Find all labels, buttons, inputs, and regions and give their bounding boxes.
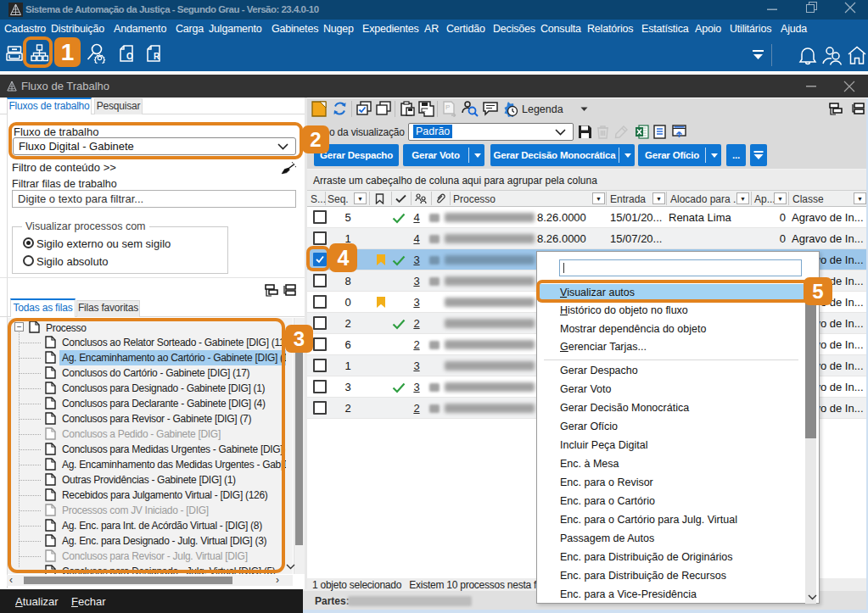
svg-text:R: R: [154, 52, 160, 61]
svg-text:P: P: [445, 103, 450, 111]
svg-text:O: O: [126, 52, 133, 61]
